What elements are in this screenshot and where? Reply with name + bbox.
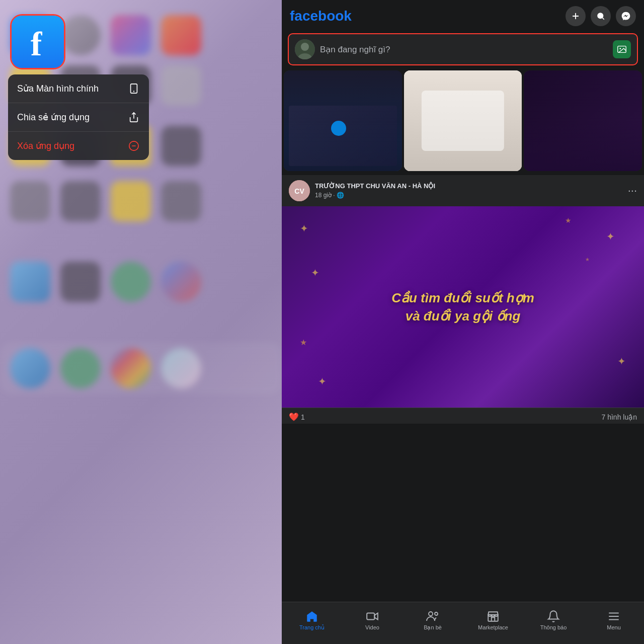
home-icon-wrap — [304, 609, 320, 623]
story-card-3[interactable] — [524, 70, 642, 171]
marketplace-icon-wrap — [485, 609, 501, 623]
star-2: ★ — [585, 257, 590, 262]
nav-label-notifications: Thông báo — [540, 624, 567, 630]
nav-item-friends[interactable]: Bạn bè — [403, 606, 463, 634]
story-card-2[interactable] — [404, 70, 522, 171]
search-button[interactable] — [591, 6, 611, 26]
post-card-1: CV TRƯỜNG THPT CHU VĂN AN - HÀ NỘI 18 gi… — [282, 175, 644, 424]
svg-point-5 — [598, 13, 603, 19]
messenger-button[interactable] — [616, 6, 636, 26]
svg-line-6 — [602, 18, 604, 19]
nav-label-marketplace: Marketplace — [478, 624, 508, 630]
context-menu: Sửa Màn hình chính Chia sẻ ứng dụng Xóa … — [8, 74, 149, 160]
user-avatar — [295, 39, 315, 59]
post-placeholder-text: Bạn đang nghĩ gì? — [320, 44, 608, 55]
reaction-emoji-count: ❤️ 1 — [289, 412, 305, 422]
nav-item-menu[interactable]: Menu — [584, 606, 644, 634]
sparkle-2: ✦ — [606, 230, 615, 243]
facebook-app-icon-wrapper[interactable]: f — [10, 14, 65, 69]
post-header: CV TRƯỜNG THPT CHU VĂN AN - HÀ NỘI 18 gi… — [282, 175, 644, 206]
svg-rect-14 — [367, 613, 374, 620]
sparkle-1: ✦ — [300, 222, 308, 234]
sparkle-3: ✦ — [311, 267, 319, 279]
menu-item-edit-homescreen[interactable]: Sửa Màn hình chính — [8, 74, 149, 103]
nav-label-home: Trang chủ — [299, 624, 325, 631]
feed-area: CV TRƯỜNG THPT CHU VĂN AN - HÀ NỘI 18 gi… — [282, 171, 644, 602]
facebook-header: facebook — [282, 0, 644, 30]
post-content-text: Cầu tìm đuổi suốt hợmvà đuổi ya gội ống — [381, 279, 544, 336]
hamburger-menu-icon — [607, 610, 620, 623]
video-icon-wrap — [364, 609, 380, 623]
reaction-count-row: ❤️ 1 7 hình luận — [289, 412, 637, 422]
notification-icon-wrap — [545, 609, 561, 623]
nav-item-home[interactable]: Trang chủ — [282, 606, 342, 634]
post-more-button[interactable]: ··· — [628, 184, 637, 197]
menu-item-share-app[interactable]: Chia sẻ ứng dụng — [8, 103, 149, 132]
sparkle-5: ✦ — [318, 375, 327, 387]
svg-point-15 — [429, 612, 433, 616]
nav-label-friends: Bạn bè — [424, 624, 442, 631]
marketplace-icon — [487, 610, 500, 623]
friends-icon-wrap — [425, 609, 441, 623]
phone-icon — [128, 83, 140, 95]
star-3: ★ — [300, 338, 307, 347]
post-timestamp: 18 giờ · 🌐 — [315, 192, 344, 199]
post-author-name: TRƯỜNG THPT CHU VĂN AN - HÀ NỘI — [315, 182, 623, 191]
friends-icon — [426, 610, 440, 623]
stories-row — [282, 70, 644, 171]
post-image: ✦ ✦ ✦ ✦ ✦ ★ ★ ★ Cầu tìm đuổi suốt hợmvà … — [282, 206, 644, 408]
like-count: 1 — [301, 413, 305, 421]
avatar-img — [295, 39, 315, 59]
post-author-avatar: CV — [289, 180, 310, 201]
left-panel: f Sửa Màn hình chính Chia sẻ ứng dụng — [0, 0, 282, 644]
minus-circle-icon — [128, 140, 140, 152]
nav-item-video[interactable]: Video — [342, 606, 403, 634]
bottom-nav: Trang chủ Video Bạn bè — [282, 602, 644, 644]
reaction-bar: ❤️ 1 7 hình luận — [282, 408, 644, 424]
menu-item-delete-app[interactable]: Xóa ứng dụng — [8, 132, 149, 160]
menu-icon-wrap — [606, 609, 622, 623]
facebook-logo-text: facebook — [290, 8, 352, 24]
video-icon — [366, 610, 379, 623]
sparkle-4: ✦ — [617, 355, 626, 367]
add-post-button[interactable] — [566, 6, 586, 26]
svg-point-11 — [619, 48, 621, 49]
nav-label-menu: Menu — [607, 624, 621, 630]
menu-item-share-label: Chia sẻ ứng dụng — [17, 112, 90, 123]
header-action-buttons — [566, 6, 636, 26]
facebook-app-icon: f — [12, 16, 64, 68]
comment-count: 7 hình luận — [602, 413, 637, 421]
post-meta: TRƯỜNG THPT CHU VĂN AN - HÀ NỘI 18 giờ ·… — [315, 182, 623, 200]
bell-icon — [547, 610, 560, 623]
share-icon — [128, 111, 140, 123]
nav-label-video: Video — [365, 624, 379, 630]
nav-item-notifications[interactable]: Thông báo — [523, 606, 584, 634]
home-icon — [305, 610, 318, 623]
create-post-box[interactable]: Bạn đang nghĩ gì? — [288, 33, 638, 65]
svg-point-16 — [435, 612, 438, 615]
svg-point-8 — [301, 43, 309, 51]
facebook-f-letter: f — [31, 27, 42, 61]
photo-post-button[interactable] — [613, 40, 631, 58]
svg-text:CV: CV — [294, 187, 304, 195]
facebook-app-panel: facebook — [282, 0, 644, 644]
menu-item-edit-label: Sửa Màn hình chính — [17, 83, 99, 94]
star-1: ★ — [565, 216, 572, 224]
menu-item-delete-label: Xóa ứng dụng — [17, 140, 74, 151]
story-card-1[interactable] — [284, 70, 402, 171]
nav-item-marketplace[interactable]: Marketplace — [463, 606, 523, 634]
